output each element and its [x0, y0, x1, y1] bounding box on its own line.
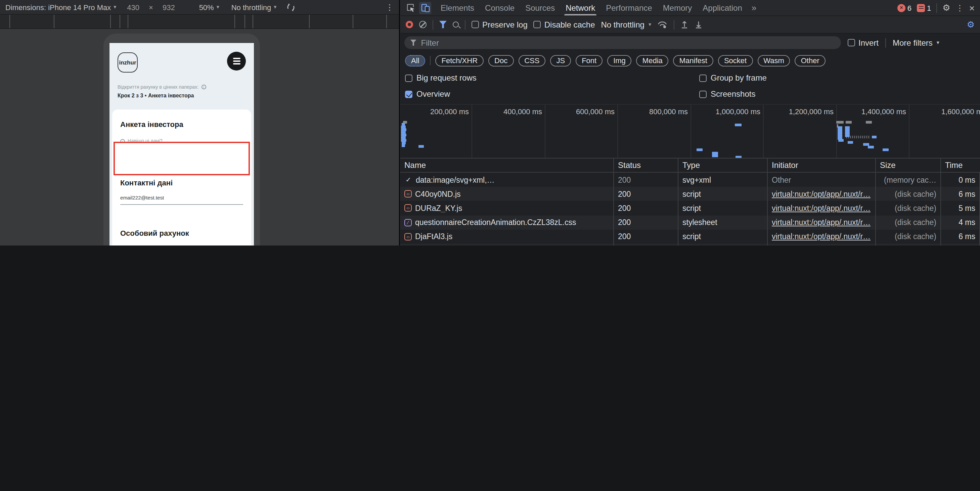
cell-size: (disk cache) — [876, 230, 941, 244]
inspect-element-icon[interactable] — [404, 2, 417, 14]
request-name: questionnaireCreationAnimation.CzZL38zL.… — [415, 218, 576, 226]
filter-funnel-icon[interactable] — [439, 21, 447, 28]
ruler-tick — [353, 15, 353, 28]
cell-time: 4 ms — [941, 215, 980, 229]
cell-name: ‹›DjaFtAl3.js — [400, 230, 614, 244]
timeline-bar — [402, 123, 405, 125]
email-field[interactable]: email222@test.test — [120, 195, 164, 201]
chip-manifest[interactable]: Manifest — [673, 55, 713, 66]
hamburger-menu-button[interactable] — [227, 52, 246, 70]
more-options-icon[interactable]: ⋮ — [956, 3, 964, 13]
invert-checkbox[interactable]: Invert — [848, 38, 878, 48]
chip-wasm[interactable]: Wasm — [757, 55, 790, 66]
option-group-by-frame[interactable]: Group by frame — [699, 70, 975, 86]
error-badge[interactable]: × 6 — [897, 4, 912, 12]
table-row[interactable]: ∕questionnaireCreationAnimation.CzZL38zL… — [400, 215, 980, 229]
record-network-log-icon[interactable] — [406, 21, 413, 28]
chip-doc[interactable]: Doc — [488, 55, 514, 66]
column-header-name[interactable]: Name — [400, 159, 614, 172]
close-devtools-icon[interactable]: × — [969, 2, 975, 13]
device-height-field[interactable]: 932 — [162, 3, 175, 11]
rotate-device-icon[interactable] — [286, 2, 295, 12]
network-overview-timeline[interactable]: 200,000 ms400,000 ms600,000 ms800,000 ms… — [400, 105, 980, 159]
cell-time: 5 ms — [941, 201, 980, 215]
table-row[interactable]: ‹›DjaFtAl3.js200scriptvirtual:nuxt:/opt/… — [400, 230, 980, 244]
device-throttling-select[interactable]: No throttling — [231, 3, 271, 11]
throttling-select[interactable]: No throttling ▾ — [601, 20, 651, 29]
import-har-icon[interactable] — [681, 20, 689, 29]
timeline-tick-label: 400,000 ms — [503, 108, 542, 116]
chip-img[interactable]: Img — [607, 55, 632, 66]
device-width-field[interactable]: 430 — [127, 3, 139, 11]
column-header-time[interactable]: Time — [941, 159, 980, 172]
more-options-icon[interactable]: ⋮ — [385, 2, 394, 12]
table-row[interactable]: ‹›DURaZ_KY.js200scriptvirtual:nuxt:/opt/… — [400, 201, 980, 215]
tab-sources[interactable]: Sources — [520, 0, 560, 16]
export-har-icon[interactable] — [695, 20, 703, 29]
initiator-link: Other — [772, 176, 791, 184]
checkbox[interactable] — [699, 74, 706, 82]
filter-input-wrap — [404, 36, 841, 49]
timeline-bar — [838, 126, 842, 129]
checkbox[interactable] — [405, 91, 412, 98]
option-label: Group by frame — [711, 73, 767, 83]
toggle-device-toolbar-icon[interactable] — [419, 2, 431, 14]
filter-input[interactable] — [421, 38, 835, 48]
checkbox[interactable] — [405, 74, 412, 82]
more-filters-button[interactable]: More filters ▾ — [892, 38, 939, 48]
tab-console[interactable]: Console — [480, 0, 520, 16]
settings-gear-icon[interactable]: ⚙ — [942, 3, 950, 12]
chip-media[interactable]: Media — [636, 55, 669, 66]
cell-size: (memory cac… — [876, 173, 941, 187]
network-settings-gear-icon[interactable]: ⚙ — [967, 20, 975, 29]
info-icon[interactable]: i — [201, 85, 206, 89]
initiator-link[interactable]: virtual:nuxt:/opt/app/.nuxt/r… — [772, 190, 870, 198]
option-screenshots[interactable]: Screenshots — [699, 86, 975, 102]
table-row[interactable]: ✓data:image/svg+xml,…200svg+xmlOther(mem… — [400, 173, 980, 187]
chip-socket[interactable]: Socket — [718, 55, 752, 66]
script-icon: ‹› — [404, 191, 412, 198]
tab-performance[interactable]: Performance — [600, 0, 657, 16]
initiator-link[interactable]: virtual:nuxt:/opt/app/.nuxt/r… — [772, 218, 870, 226]
table-row[interactable]: ‹›EwXbFD9g.js200scriptvirtual:nuxt:/opt/… — [400, 244, 980, 246]
initiator-link[interactable]: virtual:nuxt:/opt/app/.nuxt/r… — [772, 233, 870, 241]
ruler-tick — [54, 15, 54, 28]
tab-memory[interactable]: Memory — [658, 0, 698, 16]
request-table-body: ✓data:image/svg+xml,…200svg+xmlOther(mem… — [400, 173, 980, 246]
chip-font[interactable]: Font — [576, 55, 603, 66]
option-overview[interactable]: Overview — [405, 86, 699, 102]
preserve-log-checkbox[interactable]: Preserve log — [471, 20, 528, 29]
dimensions-select[interactable]: Dimensions: iPhone 14 Pro Max — [5, 3, 111, 11]
network-conditions-icon[interactable] — [657, 20, 668, 29]
chip-js[interactable]: JS — [550, 55, 571, 66]
checkbox[interactable] — [848, 39, 855, 46]
tab-elements[interactable]: Elements — [435, 0, 480, 16]
check-icon: ✓ — [404, 175, 412, 184]
issues-badge[interactable]: 1 — [917, 4, 931, 12]
search-icon[interactable] — [453, 22, 459, 27]
column-header-status[interactable]: Status — [614, 159, 678, 172]
highlight-rectangle — [113, 142, 250, 175]
checkbox[interactable] — [699, 91, 706, 98]
disable-cache-checkbox[interactable]: Disable cache — [534, 20, 595, 29]
tab-application[interactable]: Application — [697, 0, 747, 16]
account-section-title: Особовий рахунок — [120, 229, 189, 237]
checkbox[interactable] — [471, 21, 479, 28]
chip-all[interactable]: All — [405, 55, 425, 66]
option-big-request-rows[interactable]: Big request rows — [405, 70, 699, 86]
inzhur-logo[interactable]: inzhur — [118, 52, 138, 73]
more-tabs-icon[interactable]: » — [748, 3, 760, 13]
chip-fetch-xhr[interactable]: Fetch/XHR — [435, 55, 484, 66]
table-row[interactable]: ‹›C40oy0ND.js200scriptvirtual:nuxt:/opt/… — [400, 187, 980, 201]
chip-other[interactable]: Other — [795, 55, 826, 66]
zoom-select[interactable]: 50% — [199, 3, 214, 11]
initiator-link[interactable]: virtual:nuxt:/opt/app/.nuxt/r… — [772, 204, 870, 212]
option-label: Screenshots — [711, 89, 755, 99]
column-header-type[interactable]: Type — [678, 159, 768, 172]
column-header-initiator[interactable]: Initiator — [768, 159, 876, 172]
column-header-size[interactable]: Size — [876, 159, 941, 172]
checkbox[interactable] — [534, 21, 541, 28]
chip-css[interactable]: CSS — [518, 55, 546, 66]
clear-network-log-icon[interactable] — [419, 21, 426, 28]
tab-network[interactable]: Network — [560, 0, 600, 16]
